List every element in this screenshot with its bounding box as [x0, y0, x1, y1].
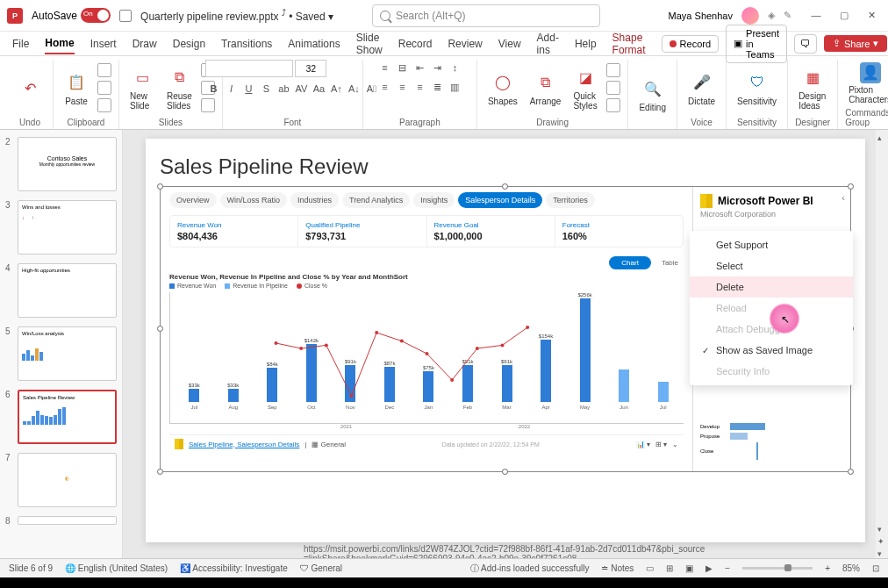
- align-center-button[interactable]: ≡: [394, 79, 410, 95]
- resize-handle[interactable]: [157, 183, 163, 190]
- report-tab[interactable]: Industries: [290, 192, 339, 208]
- justify-button[interactable]: ≣: [429, 79, 445, 95]
- view-reading-button[interactable]: ▣: [685, 563, 693, 573]
- report-tab[interactable]: Win/Loss Ratio: [220, 192, 288, 208]
- autosave-toggle[interactable]: AutoSave On: [32, 8, 111, 23]
- line-spacing-button[interactable]: ↕: [447, 60, 462, 75]
- zoom-out-button[interactable]: −: [725, 563, 730, 573]
- share-button[interactable]: ⇪ Share ▾: [824, 35, 887, 52]
- indent-dec-button[interactable]: ⇤: [412, 60, 427, 75]
- resize-handle[interactable]: [157, 326, 163, 332]
- thumbnail-3[interactable]: Wins and losses↓↑: [18, 200, 117, 255]
- format-painter-icon[interactable]: [97, 98, 111, 112]
- tab-shape-format[interactable]: Shape Format: [612, 28, 646, 60]
- shrink-font-button[interactable]: A↓: [346, 81, 362, 97]
- language-status[interactable]: 🌐 English (United States): [65, 563, 168, 573]
- zoom-in-button[interactable]: +: [825, 563, 830, 573]
- pixton-button[interactable]: 👤Pixton Characters: [845, 61, 888, 106]
- view-normal-button[interactable]: ▭: [646, 563, 654, 573]
- thumbnail-8[interactable]: [18, 516, 117, 525]
- maximize-button[interactable]: ▢: [835, 10, 853, 21]
- undo-button[interactable]: ↶: [14, 74, 46, 102]
- present-teams-button[interactable]: ▣ Present in Teams: [726, 25, 787, 63]
- align-left-button[interactable]: ≡: [376, 79, 392, 95]
- cut-icon[interactable]: [97, 63, 111, 77]
- shapes-button[interactable]: ◯Shapes: [484, 68, 521, 108]
- tab-file[interactable]: File: [12, 34, 29, 54]
- outline-icon[interactable]: [606, 81, 620, 95]
- sensitivity-button[interactable]: 🛡Sensitivity: [734, 68, 780, 108]
- view-sorter-button[interactable]: ⊞: [666, 563, 673, 573]
- save-icon[interactable]: [119, 10, 132, 22]
- report-tab[interactable]: Insights: [413, 192, 455, 208]
- grid-icon[interactable]: ⊞ ▾: [655, 441, 667, 448]
- thumbnail-4[interactable]: High-fit opportunities: [18, 263, 117, 318]
- expand-icon[interactable]: ⌄: [672, 441, 678, 448]
- fit-window-button[interactable]: ⊡: [872, 563, 879, 573]
- font-select[interactable]: [205, 60, 293, 77]
- report-tab[interactable]: Overview: [169, 192, 217, 208]
- report-link[interactable]: Sales Pipeline, Salesperson Details: [189, 441, 299, 448]
- menu-delete[interactable]: Delete: [690, 276, 853, 298]
- report-tab[interactable]: Territories: [546, 192, 595, 208]
- tab-record[interactable]: Record: [398, 34, 433, 54]
- tab-design[interactable]: Design: [173, 34, 205, 54]
- notes-button[interactable]: ≐ Notes: [601, 563, 634, 573]
- tab-review[interactable]: Review: [448, 34, 482, 54]
- zoom-level[interactable]: 85%: [842, 563, 860, 573]
- bold-button[interactable]: B: [205, 81, 221, 97]
- thumbnail-5[interactable]: Win/Loss analysis: [18, 326, 117, 381]
- close-button[interactable]: ✕: [863, 10, 881, 21]
- copy-icon[interactable]: [97, 81, 111, 95]
- tab-insert[interactable]: Insert: [90, 34, 117, 54]
- dictate-button[interactable]: 🎤Dictate: [684, 68, 719, 108]
- pencil-icon[interactable]: ✎: [784, 10, 791, 21]
- italic-button[interactable]: I: [223, 81, 239, 97]
- tab-addins[interactable]: Add-ins: [537, 28, 559, 60]
- case-button[interactable]: Aa: [311, 81, 326, 97]
- record-button[interactable]: Record: [662, 35, 719, 53]
- effects-icon[interactable]: [606, 98, 620, 112]
- font-size-input[interactable]: [295, 60, 326, 77]
- paste-button[interactable]: 📋Paste: [61, 68, 92, 108]
- editing-button[interactable]: 🔍Editing: [635, 75, 670, 114]
- resize-handle[interactable]: [157, 469, 163, 475]
- accessibility-status[interactable]: ♿ Accessibility: Investigate: [180, 563, 288, 573]
- zoom-slider[interactable]: [742, 567, 813, 570]
- strike-button[interactable]: S: [258, 81, 274, 97]
- tab-animations[interactable]: Animations: [288, 34, 340, 54]
- tab-view[interactable]: View: [498, 34, 521, 54]
- underline-button[interactable]: U: [240, 81, 256, 97]
- tab-home[interactable]: Home: [45, 33, 74, 54]
- tab-draw[interactable]: Draw: [132, 34, 157, 54]
- tab-transitions[interactable]: Transitions: [221, 34, 272, 54]
- avatar[interactable]: [741, 7, 759, 25]
- menu-get-support[interactable]: Get Support: [690, 234, 853, 255]
- numbering-button[interactable]: ⊟: [394, 60, 410, 75]
- powerbi-embed[interactable]: Overview Win/Loss Ratio Industries Trend…: [160, 186, 851, 472]
- reuse-slides-button[interactable]: ⧉Reuse Slides: [163, 63, 196, 112]
- collapse-pane-icon[interactable]: ‹: [841, 192, 845, 203]
- thumbnail-2[interactable]: Contoso SalesMonthly opportunities revie…: [18, 137, 117, 191]
- table-view-button[interactable]: Table: [656, 256, 684, 269]
- menu-show-saved-image[interactable]: ✓Show as Saved Image: [690, 340, 853, 361]
- bullets-button[interactable]: ≡: [376, 60, 392, 75]
- comment-icon[interactable]: 🗨: [794, 34, 817, 54]
- canvas-scrollbar[interactable]: ▴ ▾ ✦ ▾: [876, 130, 888, 558]
- resize-handle[interactable]: [502, 469, 508, 475]
- menu-security-info[interactable]: Security Info: [690, 361, 853, 382]
- menu-select[interactable]: Select: [690, 255, 853, 276]
- chart-icon[interactable]: 📊 ▾: [636, 441, 650, 448]
- chart-view-button[interactable]: Chart: [609, 256, 651, 269]
- minimize-button[interactable]: —: [807, 10, 825, 21]
- tab-help[interactable]: Help: [575, 34, 597, 54]
- grow-font-button[interactable]: A↑: [328, 81, 344, 97]
- tab-slideshow[interactable]: Slide Show: [356, 28, 383, 60]
- new-slide-button[interactable]: ▭New Slide: [126, 63, 158, 112]
- search-input[interactable]: Search (Alt+Q): [372, 4, 600, 27]
- quick-styles-button[interactable]: ◪Quick Styles: [569, 63, 601, 112]
- diamond-icon[interactable]: ◈: [768, 10, 775, 21]
- design-ideas-button[interactable]: ▦Design Ideas: [795, 63, 830, 112]
- view-slideshow-button[interactable]: ▶: [705, 563, 713, 573]
- indent-inc-button[interactable]: ⇥: [429, 60, 445, 75]
